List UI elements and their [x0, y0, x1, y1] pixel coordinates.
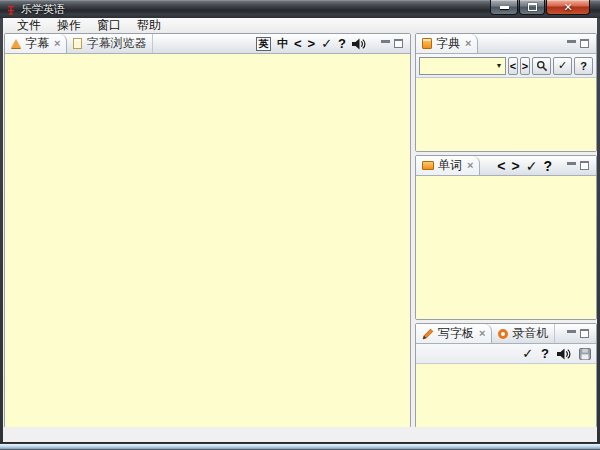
- check-button[interactable]: ✓: [321, 37, 332, 50]
- subtitle-panel: 字幕 × 字幕浏览器 英 中 < > ✓ ?: [4, 33, 411, 428]
- tab-subtitle-browser-label: 字幕浏览器: [86, 35, 146, 52]
- speaker-button[interactable]: [557, 348, 571, 360]
- panel-minimize-icon[interactable]: [567, 330, 576, 333]
- english-toggle-button[interactable]: 英: [256, 37, 271, 51]
- app-icon: [6, 5, 16, 15]
- tab-words-close-icon[interactable]: ×: [467, 160, 473, 171]
- help-button[interactable]: ?: [338, 37, 346, 50]
- panel-maximize-icon[interactable]: [394, 39, 403, 48]
- chinese-toggle-button[interactable]: 中: [277, 36, 288, 51]
- close-icon: ✕: [563, 2, 572, 13]
- dictionary-toolbar: ▼ < > ✓ ?: [416, 54, 596, 78]
- menu-window[interactable]: 窗口: [89, 18, 129, 33]
- speaker-button[interactable]: [352, 38, 366, 50]
- recorder-icon: [498, 329, 508, 339]
- pad-panel-controls: [558, 324, 596, 343]
- maximize-button[interactable]: [519, 0, 545, 15]
- panel-maximize-icon[interactable]: [580, 161, 589, 170]
- tab-dictionary-label: 字典: [436, 35, 460, 52]
- tab-subtitle-close-icon[interactable]: ×: [54, 38, 60, 49]
- previous-button[interactable]: <: [497, 159, 505, 173]
- writing-pad-content[interactable]: [416, 364, 596, 427]
- window-title: 乐学英语: [21, 2, 65, 17]
- check-button[interactable]: ✓: [526, 159, 538, 173]
- maximize-icon: [528, 3, 537, 11]
- words-tab-bar: 单词 × < > ✓ ?: [416, 156, 596, 176]
- panel-minimize-icon[interactable]: [381, 40, 390, 43]
- client-area: 文件 操作 窗口 帮助 字幕 × 字幕浏览器 英 中 <: [3, 18, 597, 442]
- check-button[interactable]: ✓: [553, 57, 572, 75]
- window-frame-bottom: [0, 442, 600, 450]
- next-button[interactable]: >: [520, 57, 530, 75]
- tab-subtitle[interactable]: 字幕 ×: [5, 34, 67, 53]
- dictionary-search-input[interactable]: [420, 58, 493, 74]
- words-toolbar: < > ✓ ?: [497, 156, 596, 175]
- panel-minimize-icon[interactable]: [567, 40, 576, 43]
- help-button[interactable]: ?: [543, 159, 552, 173]
- document-icon: [73, 38, 82, 49]
- dictionary-content: [416, 78, 596, 151]
- words-content: [416, 176, 596, 319]
- dictionary-search-combo: ▼: [419, 57, 506, 75]
- pencil-icon: [422, 328, 434, 340]
- tab-writing-pad-label: 写字板: [438, 325, 474, 342]
- help-button[interactable]: ?: [541, 347, 549, 360]
- workspace: 字幕 × 字幕浏览器 英 中 < > ✓ ?: [3, 33, 597, 427]
- subtitle-toolbar: 英 中 < > ✓ ?: [256, 34, 410, 53]
- subtitle-tab-bar: 字幕 × 字幕浏览器 英 中 < > ✓ ?: [5, 34, 410, 54]
- subtitle-panel-controls: [376, 39, 407, 48]
- previous-button[interactable]: <: [294, 37, 302, 50]
- menu-help[interactable]: 帮助: [129, 18, 169, 33]
- minimize-button[interactable]: [490, 0, 518, 15]
- pad-toolbar: ✓ ?: [416, 344, 596, 364]
- tab-recorder-label: 录音机: [512, 325, 548, 342]
- menu-bar: 文件 操作 窗口 帮助: [3, 18, 597, 33]
- subtitle-content: [5, 54, 410, 427]
- panel-maximize-icon[interactable]: [580, 39, 589, 48]
- next-button[interactable]: >: [308, 37, 316, 50]
- menu-operation[interactable]: 操作: [49, 18, 89, 33]
- next-button[interactable]: >: [512, 159, 520, 173]
- tab-writing-pad[interactable]: 写字板 ×: [416, 324, 492, 343]
- check-button[interactable]: ✓: [522, 347, 533, 360]
- words-panel: 单词 × < > ✓ ?: [415, 155, 597, 320]
- writing-pad-panel: 写字板 × 录音机 ✓ ?: [415, 323, 597, 428]
- menu-file[interactable]: 文件: [9, 18, 49, 33]
- help-button[interactable]: ?: [574, 57, 593, 75]
- minimize-icon: [500, 6, 509, 9]
- tab-recorder[interactable]: 录音机: [492, 324, 555, 343]
- save-button[interactable]: [579, 348, 591, 360]
- dictionary-panel: 字典 × ▼ < >: [415, 33, 597, 152]
- close-button[interactable]: ✕: [546, 0, 590, 15]
- previous-button[interactable]: <: [508, 57, 518, 75]
- status-bar: [3, 427, 597, 442]
- dictionary-icon: [422, 38, 432, 49]
- tab-words-label: 单词: [438, 157, 462, 174]
- pad-tab-bar: 写字板 × 录音机: [416, 324, 596, 344]
- tab-subtitle-browser[interactable]: 字幕浏览器: [67, 34, 153, 53]
- tab-dictionary-close-icon[interactable]: ×: [465, 38, 471, 49]
- panel-minimize-icon[interactable]: [567, 162, 576, 165]
- window-controls: ✕: [489, 0, 590, 15]
- tab-writing-pad-close-icon[interactable]: ×: [479, 328, 485, 339]
- dictionary-panel-controls: [558, 34, 596, 53]
- dictionary-tab-bar: 字典 ×: [416, 34, 596, 54]
- chevron-down-icon[interactable]: ▼: [493, 62, 505, 69]
- tab-subtitle-label: 字幕: [25, 35, 49, 52]
- tab-words[interactable]: 单词 ×: [416, 156, 480, 175]
- search-button[interactable]: [532, 57, 551, 75]
- panel-maximize-icon[interactable]: [580, 329, 589, 338]
- words-icon: [422, 161, 434, 170]
- subtitle-icon: [11, 39, 21, 48]
- tab-dictionary[interactable]: 字典 ×: [416, 34, 478, 53]
